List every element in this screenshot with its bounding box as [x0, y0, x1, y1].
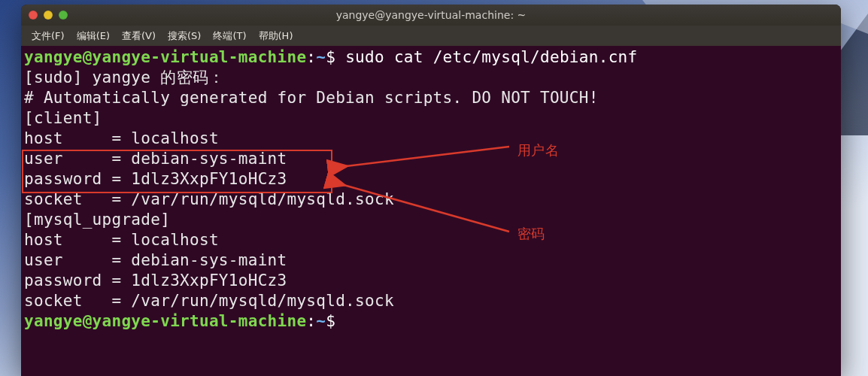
client-password-line: password = 1dlz3XxpFY1oHCz3	[24, 169, 836, 190]
client-host-line: host = localhost	[24, 129, 836, 149]
prompt-path: ~	[316, 48, 326, 66]
annotation-username-label: 用户名	[517, 140, 559, 160]
client-section-header: [client]	[24, 108, 836, 129]
menu-search[interactable]: 搜索(S)	[163, 27, 205, 45]
prompt-user-host: yangye@yangye-virtual-machine	[24, 48, 306, 66]
annotation-password-label: 密码	[517, 223, 545, 244]
prompt-line-1: yangye@yangye-virtual-machine:~$ sudo ca…	[24, 47, 836, 68]
terminal-content[interactable]: yangye@yangye-virtual-machine:~$ sudo ca…	[21, 46, 841, 376]
menu-edit[interactable]: 编辑(E)	[72, 27, 114, 45]
menu-help[interactable]: 帮助(H)	[254, 27, 298, 45]
upgrade-section-header: [mysql_upgrade]	[24, 210, 836, 230]
prompt-separator: :	[306, 48, 316, 66]
minimize-icon[interactable]	[44, 11, 53, 20]
upgrade-socket-line: socket = /var/run/mysqld/mysqld.sock	[24, 291, 836, 311]
comment-line: # Automatically generated for Debian scr…	[24, 88, 836, 108]
sudo-password-prompt: [sudo] yangye 的密码：	[24, 68, 836, 88]
menu-file[interactable]: 文件(F)	[27, 27, 69, 45]
prompt-symbol-2: $	[326, 312, 335, 330]
upgrade-host-line: host = localhost	[24, 230, 836, 250]
menu-view[interactable]: 查看(V)	[117, 27, 160, 45]
terminal-window: yangye@yangye-virtual-machine: ~ 文件(F) 编…	[21, 5, 841, 376]
window-controls	[29, 11, 68, 20]
prompt-line-2: yangye@yangye-virtual-machine:~$	[24, 311, 836, 332]
close-icon[interactable]	[29, 11, 38, 20]
maximize-icon[interactable]	[59, 11, 68, 20]
titlebar: yangye@yangye-virtual-machine: ~	[21, 5, 841, 26]
prompt-symbol: $	[326, 48, 335, 66]
client-socket-line: socket = /var/run/mysqld/mysqld.sock	[24, 190, 836, 210]
upgrade-password-line: password = 1dlz3XxpFY1oHCz3	[24, 271, 836, 291]
prompt-path-2: ~	[316, 312, 326, 330]
upgrade-user-line: user = debian-sys-maint	[24, 250, 836, 271]
window-title: yangye@yangye-virtual-machine: ~	[21, 9, 841, 21]
command: sudo cat /etc/mysql/debian.cnf	[345, 48, 637, 66]
prompt-separator-2: :	[306, 312, 316, 330]
client-user-line: user = debian-sys-maint	[24, 149, 836, 169]
menubar: 文件(F) 编辑(E) 查看(V) 搜索(S) 终端(T) 帮助(H)	[21, 26, 841, 46]
command-text	[335, 48, 345, 66]
menu-terminal[interactable]: 终端(T)	[208, 27, 250, 45]
prompt-user-host-2: yangye@yangye-virtual-machine	[24, 312, 306, 330]
